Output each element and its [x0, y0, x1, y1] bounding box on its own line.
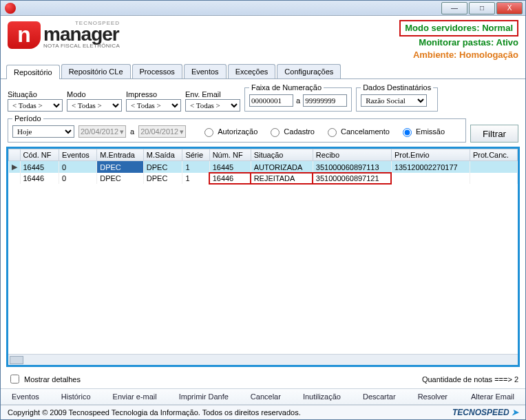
app-icon [5, 3, 16, 14]
action-imprimir-danfe[interactable]: Imprimir Danfe [168, 389, 240, 404]
col-prot-canc[interactable]: Prot.Canc. [470, 149, 517, 161]
cell-protcanc [470, 161, 517, 174]
quantidade-notas: Quantidade de notas ===> 2 [422, 375, 518, 384]
close-button[interactable]: X [496, 2, 523, 14]
modo-label: Modo [67, 90, 122, 98]
dest-legend: Dados Destinatários [361, 83, 433, 92]
row-indicator [9, 173, 21, 184]
copyright-text: Copyright © 2009 Tecnospeed Tecnologia d… [8, 408, 301, 417]
logo-title: manager [43, 26, 120, 43]
status-monitorar: Monitorar pastas: Ativo [399, 36, 518, 49]
footer: Copyright © 2009 Tecnospeed Tecnologia d… [1, 405, 525, 419]
action-inutilizacao[interactable]: Inutilização [292, 389, 352, 404]
dest-select[interactable]: Razão Social [361, 94, 427, 107]
cell-entrada: DPEC [97, 161, 144, 174]
cell-eventos: 0 [59, 161, 97, 174]
minimize-button[interactable]: — [441, 2, 467, 14]
tab-repositorio-cle[interactable]: Repositório CLe [61, 64, 131, 78]
envemail-label: Env. Email [185, 90, 240, 98]
table-row[interactable]: 16446 0 DPEC DPEC 1 16446 REJEITADA 3510… [9, 173, 518, 184]
col-situacao[interactable]: Situação [251, 149, 313, 161]
situacao-label: Situação [8, 90, 63, 98]
col-num-nf[interactable]: Núm. NF [209, 149, 251, 161]
results-grid-wrap: Cód. NF Eventos M.Entrada M.Saída Série … [6, 147, 520, 367]
status-box: Modo servidores: Normal Monitorar pastas… [399, 20, 518, 61]
dest-fieldset: Dados Destinatários Razão Social [356, 83, 438, 112]
status-ambiente: Ambiente: Homologação [399, 49, 518, 61]
situacao-select[interactable]: < Todas > [8, 99, 63, 112]
titlebar: — □ X [1, 1, 525, 16]
periodo-range-select[interactable]: Hoje [12, 125, 74, 138]
modo-select[interactable]: < Todas > [67, 99, 122, 112]
tab-configuracoes[interactable]: Configurações [277, 64, 341, 78]
action-descartar[interactable]: Descartar [352, 389, 407, 404]
cell-serie: 1 [182, 173, 209, 184]
faixa-fieldset: Faixa de Numeração a [244, 83, 352, 112]
cell-serie: 1 [182, 161, 209, 174]
mostrar-detalhes-checkbox[interactable]: Mostrar detalhes [8, 372, 81, 386]
faixa-legend: Faixa de Numeração [249, 83, 324, 92]
col-prot-envio[interactable]: Prot.Envio [391, 149, 470, 161]
cell-num: 16446 [209, 173, 251, 184]
action-enviar-email[interactable]: Enviar e-mail [102, 389, 168, 404]
grid-horizontal-scrollbar[interactable] [8, 354, 518, 365]
logo-mark: n [8, 21, 41, 49]
main-tabs: Repositório Repositório CLe Processos Ev… [1, 64, 525, 79]
radio-autorizacao[interactable]: Autorização [201, 126, 257, 137]
radio-cadastro[interactable]: Cadastro [267, 126, 315, 137]
tab-excecoes[interactable]: Exceções [228, 64, 276, 78]
app-window: — □ X n TECNOSPEED manager NOTA FISCAL E… [0, 0, 526, 420]
logo-subtitle: NOTA FISCAL ELETRÔNICA [43, 43, 120, 49]
action-cancelar[interactable]: Cancelar [240, 389, 292, 404]
tab-eventos[interactable]: Eventos [184, 64, 227, 78]
col-arrow[interactable] [9, 149, 21, 161]
periodo-fieldset: Período Hoje 20/04/2012▾ a 20/04/2012▾ A… [8, 114, 466, 143]
col-entrada[interactable]: M.Entrada [97, 149, 144, 161]
status-servidores: Modo servidores: Normal [399, 20, 518, 36]
actions-bar: Eventos Histórico Enviar e-mail Imprimir… [1, 388, 525, 405]
impresso-label: Impresso [126, 90, 181, 98]
cell-protenvio [391, 173, 470, 184]
periodo-legend: Período [12, 114, 43, 123]
radio-emissao[interactable]: Emissão [399, 126, 445, 137]
app-logo: n TECNOSPEED manager NOTA FISCAL ELETRÔN… [8, 20, 120, 49]
cell-num: 16445 [209, 161, 251, 174]
col-serie[interactable]: Série [182, 149, 209, 161]
col-saida[interactable]: M.Saída [143, 149, 182, 161]
tab-repositorio[interactable]: Repositório [6, 65, 60, 79]
faixa-from-input[interactable] [249, 94, 293, 107]
scroll-thumb[interactable] [10, 356, 23, 364]
action-alterar-email[interactable]: Alterar Email [460, 389, 525, 404]
filtrar-button[interactable]: Filtrar [470, 125, 518, 143]
impresso-select[interactable]: < Todas > [126, 99, 181, 112]
radio-cancelamento[interactable]: Cancelamento [324, 126, 390, 137]
action-resolver[interactable]: Resolver [407, 389, 459, 404]
cell-saida: DPEC [143, 173, 182, 184]
envemail-select[interactable]: < Todas > [185, 99, 240, 112]
cell-recibo: 351000060897113 [313, 161, 391, 174]
results-grid[interactable]: Cód. NF Eventos M.Entrada M.Saída Série … [8, 149, 518, 354]
periodo-to-date[interactable]: 20/04/2012▾ [138, 125, 186, 138]
cell-situacao: REJEITADA [251, 173, 313, 184]
cell-cod: 16445 [20, 161, 59, 174]
cell-protenvio: 135120002270177 [391, 161, 470, 174]
faixa-to-input[interactable] [303, 94, 347, 107]
grid-header-row: Cód. NF Eventos M.Entrada M.Saída Série … [9, 149, 518, 161]
cell-entrada: DPEC [97, 173, 144, 184]
tab-processos[interactable]: Processos [132, 64, 182, 78]
col-recibo[interactable]: Recibo [313, 149, 391, 161]
periodo-from-date[interactable]: 20/04/2012▾ [78, 125, 126, 138]
row-indicator: ▶ [9, 161, 21, 174]
col-eventos[interactable]: Eventos [59, 149, 97, 161]
cell-situacao: AUTORIZADA [251, 161, 313, 174]
action-historico[interactable]: Histórico [50, 389, 102, 404]
periodo-date-sep: a [130, 127, 134, 136]
tecnospeed-logo: TECNOSPEED ➤ [452, 408, 518, 417]
action-eventos[interactable]: Eventos [1, 389, 50, 404]
maximize-button[interactable]: □ [469, 2, 495, 14]
cell-eventos: 0 [59, 173, 97, 184]
filter-panel: Situação < Todas > Modo < Todas > Impres… [1, 79, 525, 144]
table-row[interactable]: ▶ 16445 0 DPEC DPEC 1 16445 AUTORIZADA 3… [9, 161, 518, 174]
col-cod-nf[interactable]: Cód. NF [20, 149, 59, 161]
header: n TECNOSPEED manager NOTA FISCAL ELETRÔN… [1, 16, 525, 64]
